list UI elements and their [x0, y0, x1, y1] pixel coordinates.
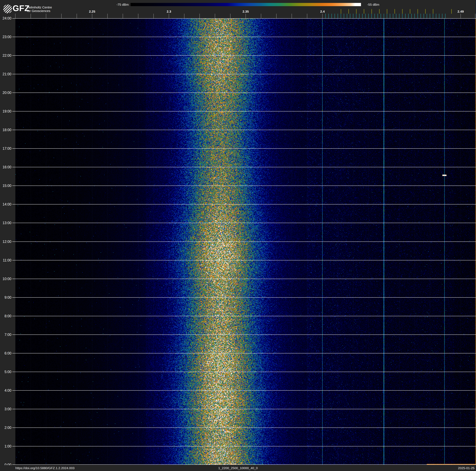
ble-channel-tick	[328, 14, 329, 18]
wifi-channel-tick	[356, 9, 357, 14]
freq-minor-tick	[77, 14, 77, 18]
spectrogram-page: GFZ Helmholtz Centre for Geosciences -75…	[0, 0, 476, 471]
freq-tick-label: 2.49	[458, 10, 464, 14]
freq-minor-tick	[46, 14, 46, 18]
colorbar-max-label: -55 dBm	[367, 3, 379, 6]
time-label: 19:00	[0, 109, 11, 113]
time-label: 8:00	[0, 314, 11, 318]
freq-minor-tick	[107, 14, 108, 18]
time-label: 3:00	[0, 407, 11, 411]
time-label: 11:00	[0, 258, 11, 262]
ble-channel-tick	[405, 14, 406, 18]
ble-channel-tick	[427, 14, 427, 18]
freq-minor-tick	[169, 14, 169, 18]
ble-channel-tick	[341, 14, 341, 18]
ble-channel-tick	[356, 14, 357, 18]
freq-minor-tick	[153, 14, 154, 18]
freq-minor-tick	[200, 14, 200, 18]
ble-channel-tick	[390, 14, 390, 18]
wifi-channel-tick	[418, 9, 418, 14]
ble-channel-tick	[408, 14, 408, 18]
ble-channel-tick	[365, 14, 366, 18]
wifi-channel-tick	[410, 9, 410, 14]
wifi-channel-tick	[402, 9, 403, 14]
ble-channel-tick	[396, 14, 396, 18]
gfz-logo-icon	[3, 4, 12, 13]
time-label: 7:00	[0, 332, 11, 337]
time-label: 18:00	[0, 128, 11, 132]
org-name-line2: for Geosciences	[27, 9, 50, 13]
freq-minor-tick	[230, 14, 230, 18]
freq-minor-tick	[246, 14, 246, 18]
ble-channel-tick	[344, 14, 344, 18]
ble-channel-tick	[424, 14, 424, 18]
time-label: 4:00	[0, 388, 11, 393]
ble-channel-tick	[374, 14, 375, 18]
wifi-channel-tick	[372, 9, 372, 14]
time-label: 15:00	[0, 183, 11, 188]
freq-minor-tick	[15, 14, 16, 18]
wifi-channel-tick	[425, 9, 426, 14]
time-label: 12:00	[0, 239, 11, 244]
wifi-channel-tick	[433, 9, 433, 14]
time-label: 21:00	[0, 72, 11, 76]
freq-minor-tick	[460, 14, 461, 18]
ble-channel-tick	[347, 14, 347, 18]
time-label: 16:00	[0, 165, 11, 169]
wifi-channel-tick	[379, 9, 380, 14]
ble-channel-tick	[384, 14, 384, 18]
freq-tick-label: 2.3	[167, 10, 171, 14]
freq-minor-tick	[307, 14, 307, 18]
dataset-filename: 1_2200_2500_10000_40_0	[0, 466, 476, 470]
ble-channel-tick	[368, 14, 369, 18]
ble-channel-tick	[418, 14, 418, 18]
wifi-channel-tick	[348, 9, 349, 14]
time-label: 5:00	[0, 370, 11, 374]
ble-channel-tick	[353, 14, 353, 18]
footer-bar: https://doi.org/10.5880/GFZ.1.2.2024.003…	[0, 465, 476, 471]
time-label: 10:00	[0, 277, 11, 281]
wifi-channel-tick	[394, 9, 395, 14]
time-label: 14:00	[0, 202, 11, 206]
ble-channel-tick	[414, 14, 415, 18]
time-label: 1:00	[0, 444, 11, 448]
time-label: 22:00	[0, 53, 11, 58]
ble-channel-tick	[421, 14, 421, 18]
recording-date: 2025-01-25	[458, 466, 475, 470]
freq-minor-tick	[184, 14, 184, 18]
ble-channel-tick	[411, 14, 412, 18]
ble-channel-tick	[335, 14, 335, 18]
wifi-channel-tick	[387, 9, 387, 14]
ble-channel-tick	[430, 14, 430, 18]
ble-channel-tick	[332, 14, 332, 18]
freq-minor-tick	[322, 14, 323, 18]
time-label: 9:00	[0, 295, 11, 300]
time-label: 24:00	[0, 16, 11, 20]
ble-channel-tick	[325, 14, 326, 18]
spectrogram-canvas	[15, 18, 476, 465]
freq-tick-label: 2.25	[89, 10, 95, 14]
ble-channel-tick	[439, 14, 439, 18]
freq-minor-tick	[138, 14, 138, 18]
ble-channel-tick	[436, 14, 436, 18]
ble-channel-tick	[381, 14, 381, 18]
wifi-channel-tick	[364, 9, 364, 14]
ble-channel-tick	[399, 14, 399, 18]
ble-channel-tick	[372, 14, 372, 18]
freq-tick-label: 2.4	[320, 10, 324, 14]
freq-minor-tick	[276, 14, 276, 18]
freq-minor-tick	[92, 14, 92, 18]
ble-channel-tick	[433, 14, 433, 18]
time-label: 2:00	[0, 425, 11, 430]
time-label: 20:00	[0, 91, 11, 95]
ble-channel-tick	[445, 14, 445, 18]
time-label: 23:00	[0, 35, 11, 39]
ble-channel-tick	[338, 14, 338, 18]
freq-minor-tick	[61, 14, 62, 18]
ble-channel-tick	[362, 14, 362, 18]
power-colorbar	[131, 3, 361, 6]
freq-minor-tick	[261, 14, 261, 18]
time-label: 6:00	[0, 351, 11, 355]
freq-minor-tick	[215, 14, 215, 18]
org-name-line1: Helmholtz Centre	[27, 5, 52, 9]
